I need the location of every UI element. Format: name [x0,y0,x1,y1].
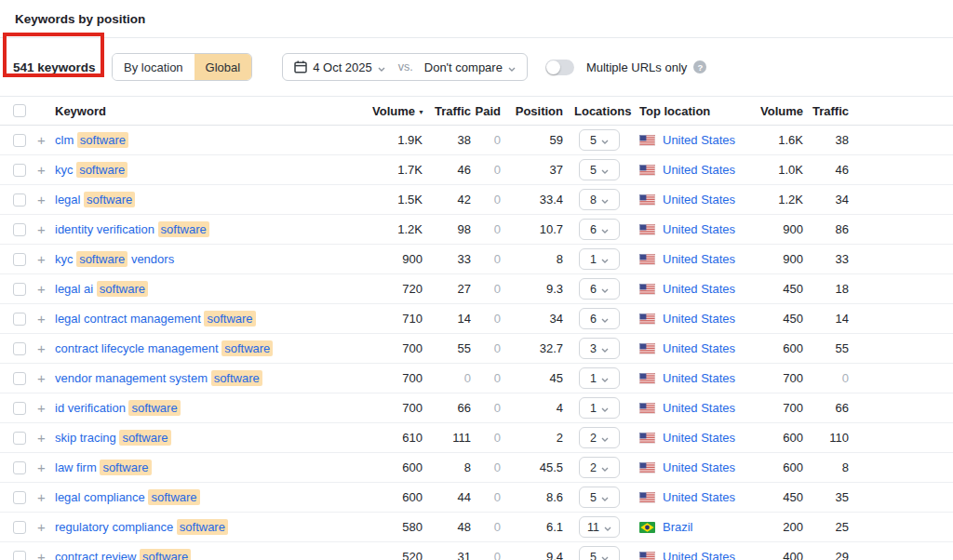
header-locations[interactable]: Locations [563,104,639,118]
compare-select[interactable]: Don't compare [424,60,516,74]
locations-count: 5 [590,164,597,177]
expand-button[interactable]: + [35,311,46,327]
date-picker-button[interactable]: 4 Oct 2025 [294,60,385,74]
expand-button[interactable]: + [35,370,46,386]
row-checkbox[interactable] [13,372,26,385]
row-checkbox[interactable] [13,551,26,560]
expand-button[interactable]: + [35,221,46,237]
locations-dropdown[interactable]: 5 [579,159,620,180]
top-location-link[interactable]: United States [663,312,735,326]
keyword-link[interactable]: law firm software [55,460,152,475]
top-location-link[interactable]: Brazil [663,520,693,534]
keyword-link[interactable]: identity verification software [55,221,209,237]
top-location-link[interactable]: United States [663,341,735,355]
table-body: +clm software1.9K380595United States1.6K… [0,126,953,560]
keyword-link[interactable]: skip tracing software [55,430,171,446]
expand-button[interactable]: + [35,192,46,207]
top-location-link[interactable]: United States [663,193,735,207]
top-location-link[interactable]: United States [663,550,735,560]
row-checkbox[interactable] [13,342,26,355]
keyword-link[interactable]: legal ai software [55,281,148,297]
keyword-link[interactable]: legal compliance software [55,489,200,505]
top-location-link[interactable]: United States [663,282,735,296]
locations-dropdown[interactable]: 5 [579,129,620,151]
locations-dropdown[interactable]: 2 [579,457,620,478]
top-location-link[interactable]: United States [663,401,735,415]
top-location-link[interactable]: United States [663,222,735,236]
expand-button[interactable]: + [35,281,46,297]
header-paid[interactable]: Paid [471,104,501,118]
row-checkbox[interactable] [13,402,26,415]
keyword-link[interactable]: regulatory compliance software [55,519,228,535]
row-checkbox[interactable] [13,134,26,147]
segment-global[interactable]: Global [195,54,252,80]
keyword-link[interactable]: kyc software vendors [55,251,174,267]
header-top-location[interactable]: Top location [639,104,751,118]
row-checkbox[interactable] [13,283,26,296]
locations-dropdown[interactable]: 2 [579,427,620,448]
top-location-link[interactable]: United States [663,371,735,385]
keyword-link[interactable]: contract lifecycle management software [55,340,273,356]
top-location-link[interactable]: United States [663,133,735,147]
header-keyword[interactable]: Keyword [55,104,372,118]
header-volume[interactable]: Volume▼ [372,104,423,118]
position-value: 9.4 [501,550,563,560]
locations-dropdown[interactable]: 6 [579,278,620,300]
row-checkbox[interactable] [13,432,26,445]
header-traffic[interactable]: Traffic [423,104,471,118]
row-checkbox[interactable] [13,193,26,207]
select-all-checkbox[interactable] [13,104,26,117]
expand-button[interactable]: + [35,460,46,475]
top-location-link[interactable]: United States [663,490,735,504]
locations-dropdown[interactable]: 5 [579,546,620,560]
volume-value: 1.7K [372,163,423,177]
locations-dropdown[interactable]: 1 [579,248,620,270]
volume-value: 1.5K [372,193,423,207]
keyword-link[interactable]: id verification software [55,400,181,416]
locations-dropdown[interactable]: 6 [579,308,620,329]
header-volume2[interactable]: Volume [751,104,803,118]
multiple-urls-toggle[interactable] [545,60,574,75]
keyword-link[interactable]: kyc software [55,162,128,178]
volume2-value: 450 [751,490,803,504]
locations-dropdown[interactable]: 11 [579,516,620,538]
keyword-link[interactable]: contract review software [55,549,191,560]
expand-button[interactable]: + [35,340,46,356]
row-checkbox[interactable] [13,253,26,266]
expand-button[interactable]: + [35,519,46,535]
expand-button[interactable]: + [35,430,46,446]
header-position[interactable]: Position [501,104,563,118]
row-checkbox[interactable] [13,461,26,474]
locations-dropdown[interactable]: 5 [579,487,620,508]
locations-dropdown[interactable]: 3 [579,338,620,359]
traffic2-value: 86 [803,222,849,236]
locations-dropdown[interactable]: 8 [579,189,620,210]
row-checkbox[interactable] [13,223,26,236]
top-location-link[interactable]: United States [663,460,735,474]
row-checkbox[interactable] [13,521,26,534]
header-traffic2[interactable]: Traffic [803,104,849,118]
keyword-link[interactable]: legal software [55,192,135,207]
expand-button[interactable]: + [35,400,46,416]
top-location-link[interactable]: United States [663,252,735,266]
locations-dropdown[interactable]: 6 [579,219,620,240]
chevron-down-icon [601,223,609,236]
keyword-link[interactable]: vendor management system software [55,370,262,386]
locations-dropdown[interactable]: 1 [579,397,620,419]
keyword-link[interactable]: legal contract management software [55,311,256,327]
row-checkbox[interactable] [13,491,26,504]
expand-button[interactable]: + [35,162,46,178]
help-icon[interactable]: ? [693,60,706,73]
locations-dropdown[interactable]: 1 [579,367,620,389]
row-checkbox[interactable] [13,164,26,177]
expand-button[interactable]: + [35,132,46,148]
keyword-link[interactable]: clm software [55,132,128,148]
row-checkbox[interactable] [13,313,26,326]
segment-by-location[interactable]: By location [113,54,195,80]
expand-button[interactable]: + [35,251,46,267]
paid-value: 0 [471,431,501,445]
top-location-link[interactable]: United States [663,431,735,445]
top-location-link[interactable]: United States [663,163,735,177]
expand-button[interactable]: + [35,549,46,560]
expand-button[interactable]: + [35,489,46,505]
